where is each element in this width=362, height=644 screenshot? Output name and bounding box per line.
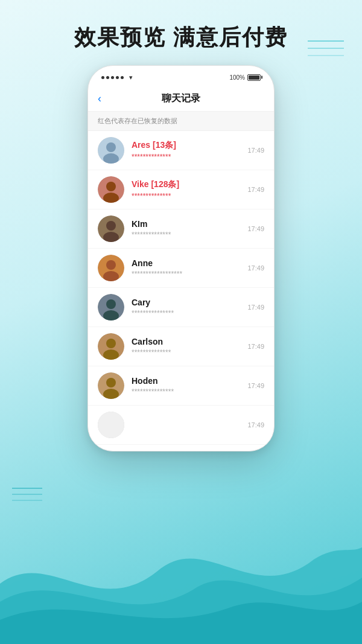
avatar-cary bbox=[98, 294, 124, 320]
chat-preview: ************** bbox=[132, 348, 240, 357]
svg-point-7 bbox=[106, 142, 116, 152]
chat-item[interactable]: Cary***************17:49 bbox=[88, 288, 274, 327]
svg-point-13 bbox=[106, 221, 116, 231]
chat-name: Vike [128条] bbox=[132, 179, 240, 190]
chat-preview: ************** bbox=[132, 153, 240, 161]
chat-time: 17:49 bbox=[247, 264, 264, 272]
chat-item[interactable]: Hoden***************17:49 bbox=[88, 366, 274, 406]
chat-item[interactable]: Vike [128条]**************17:49 bbox=[88, 170, 274, 209]
chat-preview: *************** bbox=[132, 387, 240, 396]
chat-name: KIm bbox=[132, 219, 240, 229]
chat-name: Carlson bbox=[132, 337, 240, 346]
chat-info: Cary*************** bbox=[132, 298, 240, 317]
avatar-vike bbox=[98, 176, 124, 203]
chat-item[interactable]: 17:49 bbox=[88, 406, 274, 445]
chat-time: 17:49 bbox=[247, 304, 264, 311]
hero-text: 效果预览 满意后付费 bbox=[0, 23, 362, 53]
chat-time: 17:49 bbox=[247, 382, 264, 389]
chat-time: 17:49 bbox=[247, 343, 264, 350]
svg-point-19 bbox=[106, 299, 116, 309]
avatar-anne bbox=[98, 255, 124, 281]
signal-dots bbox=[101, 76, 124, 79]
battery-area: 100% bbox=[229, 74, 261, 81]
chat-time: 17:49 bbox=[247, 421, 264, 429]
chat-name: Ares [13条] bbox=[132, 140, 240, 151]
nav-title: 聊天记录 bbox=[162, 92, 200, 105]
phone-mockup: ▾ 100% ‹ 聊天记录 红色代表存在已恢复的数据 Ares [13条]***… bbox=[87, 65, 275, 451]
bottom-wave bbox=[0, 511, 362, 644]
chat-preview: ****************** bbox=[132, 270, 240, 278]
battery-icon bbox=[247, 74, 261, 81]
chat-info: Carlson************** bbox=[132, 337, 240, 357]
nav-bar: ‹ 聊天记录 bbox=[88, 86, 274, 112]
chat-item[interactable]: Anne******************17:49 bbox=[88, 249, 274, 288]
svg-point-16 bbox=[106, 260, 116, 270]
chat-preview: *************** bbox=[132, 309, 240, 317]
svg-point-22 bbox=[106, 339, 116, 348]
info-banner-text: 红色代表存在已恢复的数据 bbox=[98, 117, 177, 124]
chat-name: Hoden bbox=[132, 376, 240, 386]
svg-point-10 bbox=[106, 182, 116, 191]
avatar-carlson bbox=[98, 333, 124, 360]
svg-point-25 bbox=[106, 378, 116, 387]
chat-info: Anne****************** bbox=[132, 258, 240, 278]
chat-item[interactable]: Ares [13条]**************17:49 bbox=[88, 131, 274, 170]
info-banner: 红色代表存在已恢复的数据 bbox=[88, 112, 274, 131]
chat-name: Anne bbox=[132, 258, 240, 268]
chat-time: 17:49 bbox=[247, 186, 264, 193]
avatar-unknown bbox=[98, 412, 124, 438]
chat-info: Hoden*************** bbox=[132, 376, 240, 396]
avatar-hoden bbox=[98, 372, 124, 399]
avatar-ares bbox=[98, 137, 124, 164]
deco-lines-bottom-left bbox=[12, 484, 42, 505]
avatar-kim bbox=[98, 215, 124, 242]
chat-info: Ares [13条]************** bbox=[132, 140, 240, 161]
status-bar: ▾ 100% bbox=[88, 66, 274, 86]
chat-preview: ************** bbox=[132, 231, 240, 239]
chat-name: Cary bbox=[132, 298, 240, 307]
chat-info: Vike [128条]************** bbox=[132, 179, 240, 200]
battery-percent: 100% bbox=[229, 74, 245, 81]
back-button[interactable]: ‹ bbox=[98, 91, 106, 106]
chat-list: Ares [13条]**************17:49Vike [128条]… bbox=[88, 131, 274, 451]
chat-time: 17:49 bbox=[247, 225, 264, 232]
wifi-icon: ▾ bbox=[129, 74, 133, 81]
svg-point-27 bbox=[98, 412, 124, 438]
chat-time: 17:49 bbox=[247, 147, 264, 154]
chat-info: KIm************** bbox=[132, 219, 240, 239]
chat-preview: ************** bbox=[132, 192, 240, 200]
chat-item[interactable]: KIm**************17:49 bbox=[88, 209, 274, 249]
chat-item[interactable]: Carlson**************17:49 bbox=[88, 327, 274, 366]
chat-info bbox=[132, 424, 240, 426]
